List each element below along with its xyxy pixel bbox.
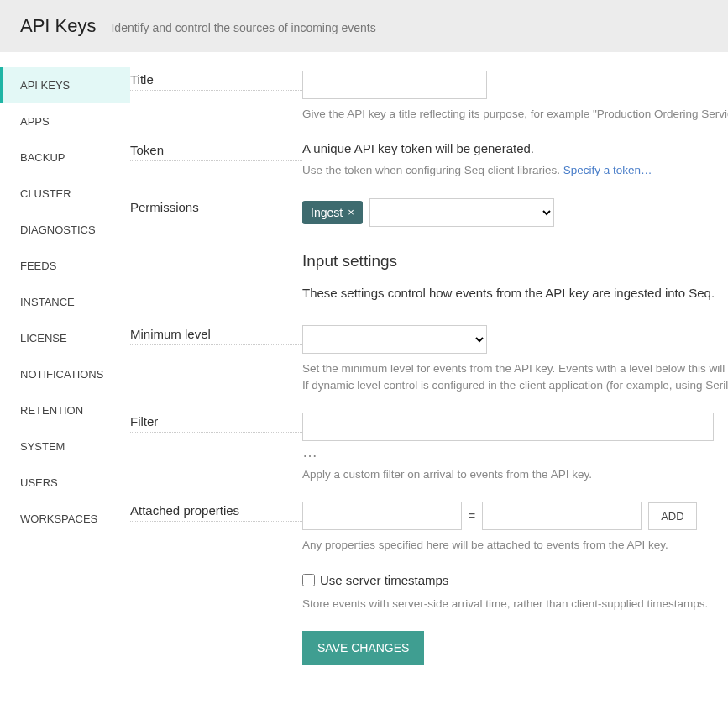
minlevel-help1: Set the minimum level for events from th… — [302, 360, 728, 377]
title-input[interactable] — [302, 71, 487, 99]
property-name-input[interactable] — [302, 502, 462, 530]
page-subtitle: Identify and control the sources of inco… — [111, 21, 375, 34]
minlevel-help2: If dynamic level control is configured i… — [302, 377, 728, 394]
minimum-level-select[interactable] — [302, 325, 487, 354]
timestamps-help: Store events with server-side arrival ti… — [302, 596, 728, 612]
equals-separator: = — [469, 509, 475, 523]
sidebar-item-diagnostics[interactable]: DIAGNOSTICS — [0, 212, 130, 248]
save-changes-button[interactable]: SAVE CHANGES — [302, 631, 424, 665]
sidebar-item-feeds[interactable]: FEEDS — [0, 248, 130, 284]
sidebar-item-retention[interactable]: RETENTION — [0, 392, 130, 428]
sidebar-item-workspaces[interactable]: WORKSPACES — [0, 501, 130, 537]
label-minimum-level: Minimum level — [130, 327, 302, 345]
label-title: Title — [130, 72, 302, 91]
label-permissions: Permissions — [130, 200, 302, 218]
sidebar: API KEYS APPS BACKUP CLUSTER DIAGNOSTICS… — [0, 52, 130, 702]
label-attached-properties: Attached properties — [130, 503, 302, 522]
specify-token-link[interactable]: Specify a token… — [563, 164, 652, 176]
token-text: A unique API key token will be generated… — [302, 141, 728, 155]
token-help: Use the token when configuring Seq clien… — [302, 162, 728, 179]
permission-chip-ingest: Ingest × — [302, 201, 363, 224]
sidebar-item-notifications[interactable]: NOTIFICATIONS — [0, 356, 130, 392]
server-timestamps-label[interactable]: Use server timestamps — [302, 573, 448, 587]
server-timestamps-checkbox[interactable] — [302, 574, 315, 586]
sidebar-item-users[interactable]: USERS — [0, 465, 130, 501]
main-form: Title Give the API key a title reflectin… — [130, 52, 728, 702]
section-subtext: These settings control how events from t… — [302, 286, 728, 300]
page-header: API Keys Identify and control the source… — [0, 0, 728, 52]
sidebar-item-system[interactable]: SYSTEM — [0, 428, 130, 465]
filter-help: Apply a custom filter on arrival to even… — [302, 466, 728, 483]
add-button[interactable]: ADD — [648, 502, 696, 530]
close-icon[interactable]: × — [348, 206, 354, 218]
filter-input[interactable] — [302, 413, 714, 441]
filter-ellipsis: … — [302, 444, 728, 460]
sidebar-item-cluster[interactable]: CLUSTER — [0, 176, 130, 212]
sidebar-item-apps[interactable]: APPS — [0, 103, 130, 139]
label-token: Token — [130, 143, 302, 161]
title-help: Give the API key a title reflecting its … — [302, 106, 728, 123]
sidebar-item-license[interactable]: LICENSE — [0, 320, 130, 356]
sidebar-item-api-keys[interactable]: API KEYS — [0, 67, 130, 103]
permissions-select[interactable] — [369, 198, 554, 227]
section-heading-input-settings: Input settings — [302, 252, 728, 271]
sidebar-item-backup[interactable]: BACKUP — [0, 139, 130, 176]
page-title: API Keys — [20, 15, 96, 37]
props-help: Any properties specified here will be at… — [302, 537, 728, 554]
property-value-input[interactable] — [482, 502, 642, 530]
sidebar-item-instance[interactable]: INSTANCE — [0, 284, 130, 320]
label-filter: Filter — [130, 414, 302, 433]
